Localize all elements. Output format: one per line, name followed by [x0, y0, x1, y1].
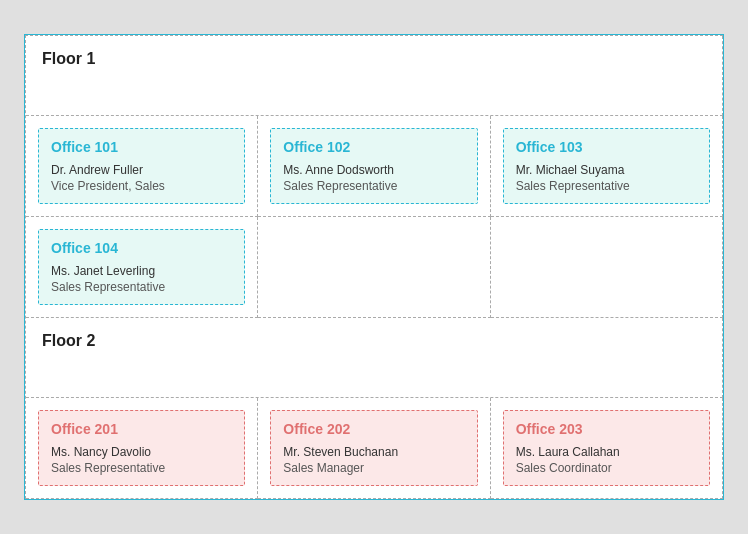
- floor-label-floor2: Floor 2: [42, 332, 95, 349]
- office-card-101[interactable]: Office 101Dr. Andrew FullerVice Presiden…: [38, 128, 245, 204]
- office-cell-floor2-0-1: Office 202Mr. Steven BuchananSales Manag…: [258, 398, 490, 499]
- office-role-201: Sales Representative: [51, 461, 232, 475]
- office-name-203: Ms. Laura Callahan: [516, 445, 697, 459]
- main-container: Floor 1Office 101Dr. Andrew FullerVice P…: [24, 34, 724, 500]
- office-title-203: Office 203: [516, 421, 697, 437]
- office-name-101: Dr. Andrew Fuller: [51, 163, 232, 177]
- office-cell-floor1-1-2: [491, 217, 723, 318]
- office-card-202[interactable]: Office 202Mr. Steven BuchananSales Manag…: [270, 410, 477, 486]
- office-card-102[interactable]: Office 102Ms. Anne DodsworthSales Repres…: [270, 128, 477, 204]
- office-name-104: Ms. Janet Leverling: [51, 264, 232, 278]
- office-card-103[interactable]: Office 103Mr. Michael SuyamaSales Repres…: [503, 128, 710, 204]
- office-role-203: Sales Coordinator: [516, 461, 697, 475]
- office-card-201[interactable]: Office 201Ms. Nancy DavolioSales Represe…: [38, 410, 245, 486]
- office-card-104[interactable]: Office 104Ms. Janet LeverlingSales Repre…: [38, 229, 245, 305]
- office-cell-floor1-0-0: Office 101Dr. Andrew FullerVice Presiden…: [26, 116, 258, 217]
- floor-header-floor1: Floor 1: [26, 36, 723, 116]
- office-cell-floor1-1-1: [258, 217, 490, 318]
- office-name-202: Mr. Steven Buchanan: [283, 445, 464, 459]
- floor-label-floor1: Floor 1: [42, 50, 95, 67]
- office-cell-floor2-0-2: Office 203Ms. Laura CallahanSales Coordi…: [491, 398, 723, 499]
- office-role-102: Sales Representative: [283, 179, 464, 193]
- office-name-103: Mr. Michael Suyama: [516, 163, 697, 177]
- office-role-202: Sales Manager: [283, 461, 464, 475]
- office-title-102: Office 102: [283, 139, 464, 155]
- office-title-103: Office 103: [516, 139, 697, 155]
- office-name-201: Ms. Nancy Davolio: [51, 445, 232, 459]
- office-cell-floor1-1-0: Office 104Ms. Janet LeverlingSales Repre…: [26, 217, 258, 318]
- office-role-104: Sales Representative: [51, 280, 232, 294]
- floor-header-floor2: Floor 2: [26, 318, 723, 398]
- floor-grid: Floor 1Office 101Dr. Andrew FullerVice P…: [25, 35, 723, 499]
- office-role-103: Sales Representative: [516, 179, 697, 193]
- office-cell-floor1-0-1: Office 102Ms. Anne DodsworthSales Repres…: [258, 116, 490, 217]
- office-cell-floor1-0-2: Office 103Mr. Michael SuyamaSales Repres…: [491, 116, 723, 217]
- office-title-104: Office 104: [51, 240, 232, 256]
- office-cell-floor2-0-0: Office 201Ms. Nancy DavolioSales Represe…: [26, 398, 258, 499]
- office-card-203[interactable]: Office 203Ms. Laura CallahanSales Coordi…: [503, 410, 710, 486]
- office-title-201: Office 201: [51, 421, 232, 437]
- office-name-102: Ms. Anne Dodsworth: [283, 163, 464, 177]
- office-role-101: Vice President, Sales: [51, 179, 232, 193]
- office-title-101: Office 101: [51, 139, 232, 155]
- office-title-202: Office 202: [283, 421, 464, 437]
